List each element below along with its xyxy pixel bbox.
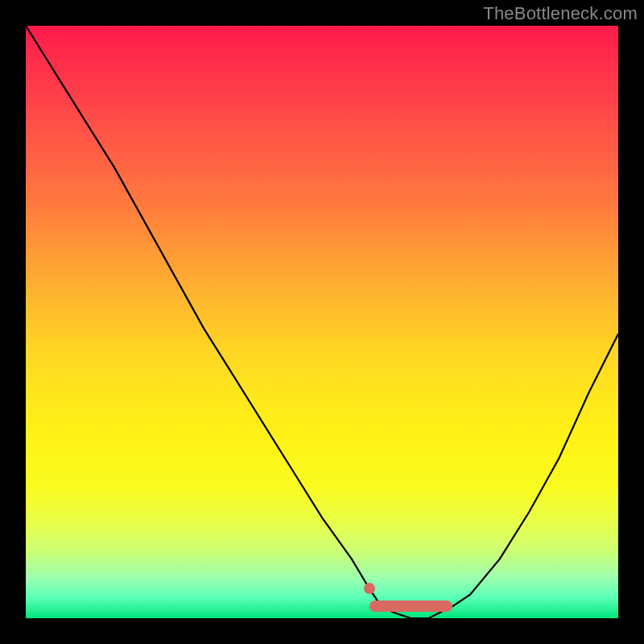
curve-path <box>26 26 618 618</box>
optimal-range-band <box>369 601 452 612</box>
watermark-text: TheBottleneck.com <box>483 3 638 24</box>
bottleneck-curve <box>26 26 618 618</box>
optimal-point-marker <box>364 583 375 594</box>
chart-frame: TheBottleneck.com <box>0 0 644 644</box>
plot-area <box>26 26 618 618</box>
